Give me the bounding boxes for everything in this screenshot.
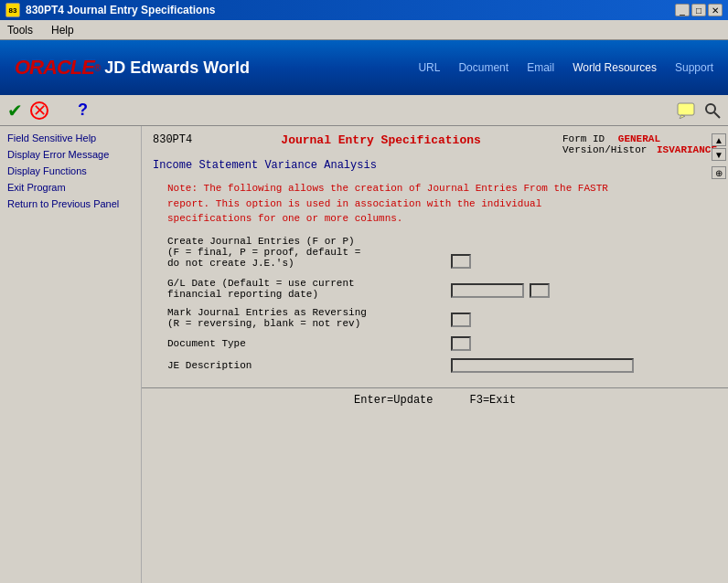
ok-button[interactable]: ✔ (7, 101, 23, 120)
menu-bar: Tools Help (0, 20, 728, 40)
form-subtitle: Income Statement Variance Analysis (153, 159, 717, 172)
content: 830PT4 Journal Entry Specifications Form… (142, 126, 728, 387)
chat-icon-button[interactable] (677, 102, 697, 119)
form-id-label: Form ID (562, 133, 605, 144)
app-icon: 83 (5, 3, 20, 17)
help-button[interactable]: ? (78, 101, 88, 120)
svg-marker-1 (680, 115, 685, 119)
sidebar-exit-program[interactable]: Exit Program (0, 179, 141, 196)
field-doc-type-label: Document Type (167, 338, 451, 349)
nav-support[interactable]: Support (675, 61, 713, 74)
version-label: Version/Histor (562, 144, 647, 155)
scroll-buttons: ▲ ▼ ⊕ (712, 133, 726, 179)
form-id-value: GENERAL (618, 133, 660, 144)
form-meta: Form ID GENERAL Version/Histor ISVARIANC… (562, 133, 717, 155)
scroll-up-button[interactable]: ▲ (712, 133, 726, 146)
gl-date-input-2[interactable] (530, 283, 550, 298)
minimize-button[interactable]: _ (675, 4, 690, 16)
question-icon: ? (78, 101, 88, 120)
bottom-bar: Enter=Update F3=Exit (142, 387, 728, 413)
sidebar-return-previous[interactable]: Return to Previous Panel (0, 196, 141, 212)
title-bar: 83 830PT4 Journal Entry Specifications _… (0, 0, 728, 20)
cmd-f3-exit: F3=Exit (470, 394, 516, 407)
search-icon (704, 102, 721, 119)
note-line-1: Note: The following allows the creation … (167, 181, 702, 196)
cancel-button[interactable]: ✕ (30, 101, 48, 120)
menu-help[interactable]: Help (48, 23, 78, 37)
content-wrapper: 830PT4 Journal Entry Specifications Form… (142, 126, 728, 583)
menu-tools[interactable]: Tools (4, 23, 37, 37)
zoom-button[interactable]: ⊕ (712, 166, 726, 179)
nav-url[interactable]: URL (418, 61, 440, 74)
svg-point-2 (706, 104, 715, 113)
field-doc-type: Document Type (167, 336, 702, 351)
doc-type-input[interactable] (451, 336, 471, 351)
create-je-input[interactable] (451, 254, 471, 269)
field-reversing-label: Mark Journal Entries as Reversing (R = r… (167, 307, 451, 329)
sidebar: Field Sensitive Help Display Error Messa… (0, 126, 142, 583)
cmd-enter-update: Enter=Update (354, 394, 433, 407)
je-desc-input[interactable] (451, 358, 634, 373)
field-je-desc: JE Description (167, 358, 702, 373)
check-icon: ✔ (7, 101, 23, 120)
field-gl-date: G/L Date (Default = use current financia… (167, 278, 702, 300)
window-title: 830PT4 Journal Entry Specifications (26, 4, 215, 16)
field-gl-date-label: G/L Date (Default = use current financia… (167, 278, 451, 300)
field-create-je-label: Create Journal Entries (F or P) (F = fin… (167, 236, 451, 269)
reversing-input[interactable] (451, 313, 471, 327)
search-icon-button[interactable] (704, 102, 721, 119)
oracle-text: ORACLE (15, 56, 94, 80)
close-button[interactable]: ✕ (708, 4, 723, 16)
jde-text: JD Edwards World (104, 58, 250, 78)
main-area: Field Sensitive Help Display Error Messa… (0, 126, 728, 583)
gl-date-inputs (451, 283, 550, 298)
version-value: ISVARIANCE (657, 144, 717, 155)
form-header: 830PT4 Journal Entry Specifications Form… (153, 133, 717, 155)
nav-world-resources[interactable]: World Resources (573, 61, 657, 74)
toolbar: ✔ ✕ ? (0, 95, 728, 126)
gl-date-input-1[interactable] (451, 283, 524, 298)
sidebar-field-sensitive-help[interactable]: Field Sensitive Help (0, 130, 141, 146)
field-je-desc-label: JE Description (167, 360, 451, 371)
form-title: Journal Entry Specifications (199, 133, 562, 147)
toolbar-right (677, 102, 721, 119)
sidebar-display-functions[interactable]: Display Functions (0, 163, 141, 179)
sidebar-display-error-message[interactable]: Display Error Message (0, 146, 141, 163)
window-controls: _ □ ✕ (675, 4, 723, 16)
svg-line-3 (714, 112, 720, 118)
note-line-3: specifications for one or more columns. (167, 211, 702, 227)
nav-email[interactable]: Email (527, 61, 554, 74)
scroll-down-button[interactable]: ▼ (712, 148, 726, 161)
x-icon: ✕ (30, 101, 48, 120)
field-create-je: Create Journal Entries (F or P) (F = fin… (167, 236, 702, 269)
note-box: Note: The following allows the creation … (167, 181, 702, 227)
nav-document[interactable]: Document (458, 61, 509, 74)
field-reversing: Mark Journal Entries as Reversing (R = r… (167, 307, 702, 329)
chat-icon (677, 102, 697, 119)
note-line-2: report. This option is used in associati… (167, 196, 702, 212)
oracle-header: ORACLE® JD Edwards World URL Document Em… (0, 40, 728, 95)
program-id: 830PT4 (153, 133, 192, 146)
svg-rect-0 (678, 103, 694, 115)
maximize-button[interactable]: □ (691, 4, 706, 16)
oracle-logo: ORACLE® JD Edwards World (15, 56, 250, 80)
nav-links: URL Document Email World Resources Suppo… (418, 61, 713, 74)
